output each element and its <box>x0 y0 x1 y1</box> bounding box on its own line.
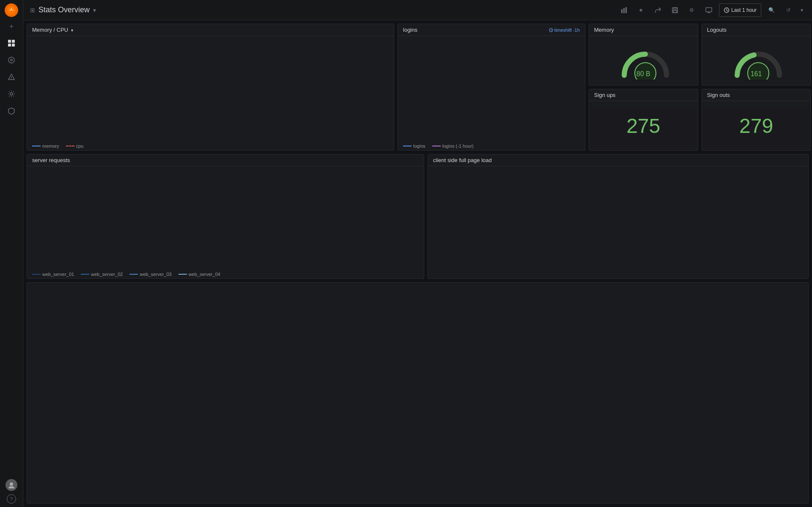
client-page-load-chart <box>428 166 808 278</box>
logouts-panel: Logouts 161 <box>702 24 811 85</box>
explore-icon[interactable] <box>4 52 19 68</box>
logouts-title: Logouts <box>707 27 727 33</box>
settings-icon[interactable] <box>4 86 19 102</box>
svg-point-9 <box>10 93 13 95</box>
svg-rect-13 <box>625 7 627 13</box>
disk-bar <box>623 477 645 490</box>
server-requests-chart <box>27 166 424 270</box>
svg-rect-16 <box>673 11 677 13</box>
search-icon[interactable]: 🔍 <box>765 3 778 17</box>
disk-bar <box>335 461 357 490</box>
grid-icon: ⊞ <box>30 7 35 14</box>
row1-right-col1: Memory 80 B <box>589 24 698 151</box>
disk-value-label: 22 GB <box>675 469 688 474</box>
logins-header: logins timeshift -1h <box>398 24 585 36</box>
disk-bar-group: 20 GBsda15 <box>705 424 753 490</box>
disk-bar-group: 44 GBsda12 <box>562 424 609 490</box>
title-text: Stats Overview <box>38 6 90 14</box>
logouts-value: 161 <box>751 70 762 78</box>
title-dropdown-arrow[interactable]: ▾ <box>93 7 96 14</box>
memory-cpu-title[interactable]: Memory / CPU ▾ <box>32 27 73 33</box>
memory-cpu-dropdown: ▾ <box>71 28 73 33</box>
svg-point-8 <box>11 78 12 79</box>
svg-rect-2 <box>12 40 15 43</box>
help-icon[interactable]: ? <box>7 494 16 504</box>
signups-body: 275 <box>589 101 698 150</box>
disk-value-label: 20 GB <box>723 470 736 475</box>
svg-rect-12 <box>623 8 625 13</box>
disk-bar <box>47 444 69 490</box>
share-icon[interactable] <box>651 3 665 17</box>
disk-axis-label: sda16 <box>771 493 784 498</box>
memory-gauge-header: Memory <box>589 24 698 36</box>
time-label: Last 1 hour <box>731 7 757 13</box>
save-icon[interactable] <box>668 3 682 17</box>
main-content: ⊞ Stats Overview ▾ ★ <box>23 0 812 507</box>
row2: server requests web_server_01 web_server… <box>27 154 809 279</box>
memory-cpu-body <box>27 36 394 142</box>
server-requests-body <box>27 166 424 270</box>
signouts-sparkline <box>702 121 811 150</box>
disk-bar <box>670 475 692 490</box>
svg-point-6 <box>11 59 12 61</box>
bar-chart-icon[interactable] <box>617 3 631 17</box>
disk-bar-group: 47 GBsda8 <box>370 424 417 490</box>
dashboard: Memory / CPU ▾ memory cpu <box>23 20 812 507</box>
disk-bar-group: 81 GBsda16 <box>754 424 801 490</box>
sidebar: ＋ <box>0 0 23 507</box>
disk-axis-label: sda13 <box>627 493 640 498</box>
alerting-icon[interactable] <box>4 69 19 85</box>
disk-axis-label: sda9 <box>436 493 447 498</box>
logins-title: logins <box>403 27 417 33</box>
disk-value-label: 44 GB <box>579 455 592 460</box>
disk-bar <box>766 436 788 490</box>
refresh-dropdown-icon[interactable]: ▾ <box>798 3 805 17</box>
logouts-header: Logouts <box>702 24 811 36</box>
disk-axis-label: sda10 <box>483 493 496 498</box>
server-requests-title: server requests <box>32 157 70 163</box>
svg-rect-15 <box>674 8 676 9</box>
disk-bar <box>287 435 309 490</box>
disk-value-label: 94 GB <box>435 422 448 427</box>
svg-rect-1 <box>8 40 11 43</box>
disk-value-label: 40 GB <box>243 457 256 462</box>
disk-bar <box>191 470 213 490</box>
add-icon[interactable]: ＋ <box>4 19 19 34</box>
gauge-wrap: 80 B <box>618 41 669 80</box>
disk-bar-group: 94 GBsda9 <box>418 424 466 490</box>
shield-icon[interactable] <box>4 103 19 118</box>
star-icon[interactable]: ★ <box>634 3 648 17</box>
gear-icon[interactable]: ⚙ <box>685 3 699 17</box>
signouts-header: Sign outs <box>702 89 811 101</box>
disk-axis-label: sda6 <box>293 493 303 498</box>
disk-axis-label: sda3 <box>149 493 159 498</box>
grafana-logo[interactable] <box>5 3 18 17</box>
disk-bar <box>143 450 165 490</box>
logouts-gauge-wrap: 161 <box>731 41 782 80</box>
disk-value-label: 30 GB <box>195 464 208 469</box>
disk-axis-label: sda15 <box>723 493 736 498</box>
refresh-icon[interactable]: ↺ <box>782 3 795 17</box>
memory-cpu-header: Memory / CPU ▾ <box>27 24 394 36</box>
disk-usage-panel: 70 GBsda160 GBsda260 GBsda330 GBsda440 G… <box>27 282 809 504</box>
svg-rect-11 <box>621 9 623 13</box>
avatar[interactable] <box>4 477 19 493</box>
legend-cpu: cpu <box>66 143 84 149</box>
tv-icon[interactable] <box>702 3 716 17</box>
server-requests-panel: server requests web_server_01 web_server… <box>27 154 424 279</box>
legend-ws2: web_server_02 <box>81 272 123 277</box>
server-requests-header: server requests <box>27 154 424 166</box>
disk-bar-group: 73 GBsda10 <box>466 424 513 490</box>
legend-logins: logins <box>403 143 425 149</box>
time-range-picker[interactable]: Last 1 hour <box>719 3 761 17</box>
svg-point-10 <box>10 482 13 486</box>
disk-value-label: 73 GB <box>483 435 496 441</box>
dashboard-icon[interactable] <box>4 36 19 51</box>
logouts-gauge-body: 161 <box>702 36 811 85</box>
disk-axis-label: sda14 <box>675 493 688 498</box>
page-title: Stats Overview ▾ <box>38 6 96 14</box>
disk-axis-label: sda8 <box>389 493 399 498</box>
topbar-actions: ★ ⚙ <box>617 3 805 17</box>
disk-bar-group: 22 GBsda14 <box>658 424 705 490</box>
memory-cpu-chart <box>27 36 394 142</box>
